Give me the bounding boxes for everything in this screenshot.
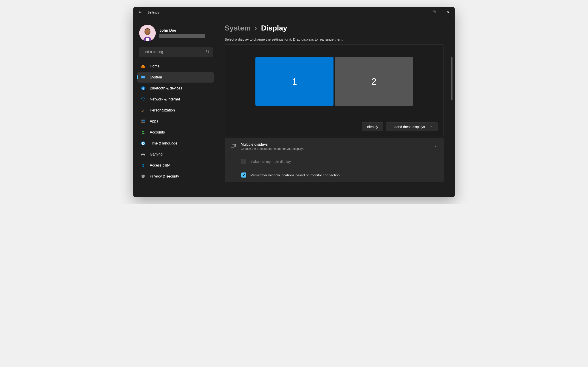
wifi-icon	[141, 97, 146, 102]
settings-window: Settings John Doe	[133, 7, 455, 197]
gamepad-icon	[141, 152, 146, 157]
breadcrumb-current: Display	[261, 24, 287, 32]
checkbox-main-display	[241, 159, 246, 164]
avatar	[139, 25, 156, 41]
brush-icon	[141, 108, 146, 113]
identify-button[interactable]: Identify	[362, 122, 383, 131]
close-button[interactable]	[441, 7, 455, 17]
window-controls	[414, 7, 455, 17]
search-wrapper	[139, 47, 213, 56]
sidebar-item-label: Accounts	[150, 130, 165, 134]
sidebar-item-accessibility[interactable]: Accessibility	[137, 160, 214, 171]
sidebar-item-network[interactable]: Network & internet	[137, 94, 214, 105]
svg-point-6	[206, 50, 208, 52]
svg-rect-0	[419, 12, 422, 12]
option-label: Remember window locations based on monit…	[250, 173, 340, 177]
svg-rect-8	[141, 76, 145, 78]
sidebar-item-apps[interactable]: Apps	[137, 116, 214, 127]
breadcrumb: System › Display	[225, 24, 444, 32]
profile-section[interactable]: John Doe	[137, 22, 216, 46]
shield-icon	[141, 174, 146, 179]
instruction-text: Select a display to change the settings …	[225, 37, 444, 41]
person-icon	[141, 130, 146, 135]
accessibility-icon	[141, 163, 146, 168]
option-remember-locations: Remember window locations based on monit…	[225, 168, 444, 182]
option-main-display: Make this my main display	[225, 155, 444, 168]
sidebar-item-label: Gaming	[150, 152, 163, 156]
search-input[interactable]	[139, 47, 213, 56]
extend-dropdown[interactable]: Extend these displays	[386, 122, 438, 131]
content-area: John Doe Home System Blu	[133, 18, 455, 197]
sidebar-item-bluetooth[interactable]: Bluetooth & devices	[137, 83, 214, 94]
chevron-up-icon	[435, 144, 438, 149]
sidebar-item-personalization[interactable]: Personalization	[137, 105, 214, 116]
svg-rect-11	[143, 120, 145, 121]
expander-header[interactable]: Multiple displays Choose the presentatio…	[225, 138, 444, 155]
nav-list: Home System Bluetooth & devices Network …	[137, 61, 216, 182]
svg-point-5	[145, 29, 150, 34]
titlebar: Settings	[133, 7, 455, 18]
profile-name: John Doe	[159, 28, 205, 33]
sidebar-item-privacy[interactable]: Privacy & security	[137, 171, 214, 182]
arrow-left-icon	[138, 10, 142, 15]
breadcrumb-parent[interactable]: System	[225, 24, 251, 32]
chevron-down-icon	[430, 125, 432, 128]
multiple-displays-expander: Multiple displays Choose the presentatio…	[225, 138, 444, 182]
sidebar: John Doe Home System Blu	[133, 18, 218, 197]
check-icon	[242, 160, 245, 163]
sidebar-item-label: Bluetooth & devices	[150, 86, 182, 90]
close-icon	[447, 10, 449, 13]
svg-rect-18	[231, 145, 234, 147]
expander-title: Multiple displays	[241, 142, 430, 147]
home-icon	[141, 64, 146, 69]
profile-email-redacted	[159, 34, 205, 38]
sidebar-item-label: Time & language	[150, 141, 177, 145]
svg-point-14	[142, 131, 144, 132]
sidebar-item-label: Home	[150, 64, 160, 68]
svg-rect-2	[433, 11, 435, 13]
apps-icon	[141, 119, 146, 124]
svg-rect-12	[141, 122, 143, 123]
sidebar-item-accounts[interactable]: Accounts	[137, 127, 214, 138]
system-icon	[141, 75, 146, 80]
sidebar-item-gaming[interactable]: Gaming	[137, 149, 214, 160]
display-monitor-2[interactable]: 2	[335, 57, 413, 106]
panel-actions: Identify Extend these displays	[231, 122, 438, 131]
sidebar-item-time[interactable]: Time & language	[137, 138, 214, 149]
scrollbar-thumb[interactable]	[451, 57, 452, 100]
chevron-right-icon: ›	[255, 25, 257, 32]
expander-subtitle: Choose the presentation mode for your di…	[241, 147, 430, 150]
sidebar-item-label: Privacy & security	[150, 174, 179, 178]
display-monitor-1[interactable]: 1	[255, 57, 334, 106]
profile-info: John Doe	[159, 28, 205, 38]
clock-icon	[141, 141, 146, 146]
maximize-button[interactable]	[427, 7, 441, 17]
svg-point-17	[143, 164, 143, 164]
checkbox-remember-locations[interactable]	[241, 173, 246, 177]
option-label: Make this my main display	[250, 160, 291, 164]
sidebar-item-label: Network & internet	[150, 97, 180, 101]
main-content: System › Display Select a display to cha…	[218, 18, 455, 197]
back-button[interactable]	[136, 8, 144, 17]
display-arrangement-panel: 1 2 Identify Extend these displays	[225, 44, 444, 136]
svg-rect-13	[143, 122, 145, 123]
sidebar-item-label: Accessibility	[150, 163, 170, 167]
maximize-icon	[433, 10, 435, 13]
sidebar-item-label: Apps	[150, 119, 158, 123]
displays-icon	[231, 143, 236, 150]
sidebar-item-label: Personalization	[150, 108, 175, 112]
minimize-icon	[419, 10, 422, 13]
app-title: Settings	[147, 10, 159, 14]
expander-titles: Multiple displays Choose the presentatio…	[241, 142, 430, 150]
sidebar-item-home[interactable]: Home	[137, 61, 214, 72]
svg-rect-10	[141, 120, 143, 121]
search-icon	[206, 50, 209, 54]
sidebar-item-system[interactable]: System	[137, 72, 214, 83]
bluetooth-icon	[141, 86, 146, 91]
minimize-button[interactable]	[414, 7, 427, 17]
display-canvas[interactable]: 1 2	[231, 57, 438, 106]
check-icon	[242, 173, 245, 177]
sidebar-item-label: System	[150, 75, 162, 79]
